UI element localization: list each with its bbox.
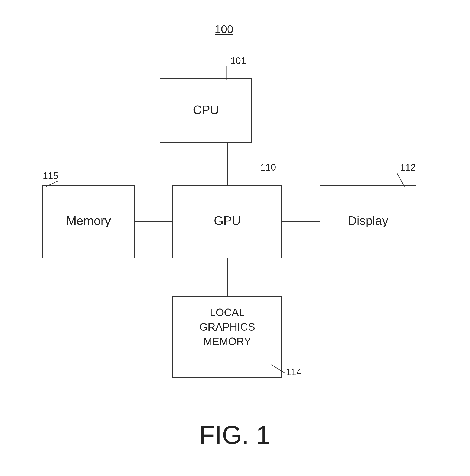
diagram-container: 100 CPU 101 GPU 110 Memory 115 Display 1…: [0, 0, 470, 476]
local-graphics-memory-label-line2: GRAPHICS: [199, 321, 255, 333]
cpu-ref: 101: [230, 55, 246, 66]
local-graphics-memory-ref: 114: [286, 367, 302, 377]
display-ref: 112: [400, 162, 416, 172]
local-graphics-memory-label-line1: LOCAL: [210, 306, 245, 319]
diagram-title: 100: [215, 23, 234, 35]
gpu-label: GPU: [214, 214, 241, 227]
figure-label: FIG. 1: [199, 421, 270, 449]
svg-line-3: [397, 173, 404, 187]
display-label: Display: [348, 214, 388, 227]
cpu-label: CPU: [193, 103, 219, 117]
memory-ref: 115: [43, 170, 58, 181]
local-graphics-memory-label-line3: MEMORY: [203, 336, 251, 347]
memory-label: Memory: [66, 214, 111, 227]
gpu-ref: 110: [260, 162, 276, 172]
